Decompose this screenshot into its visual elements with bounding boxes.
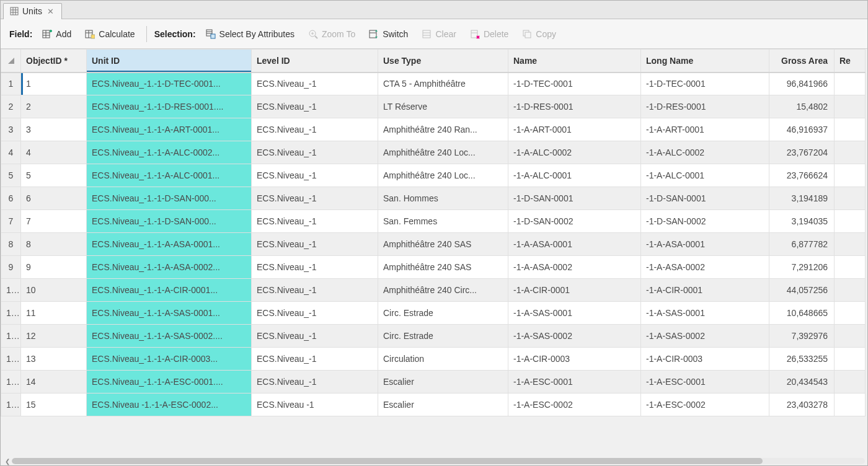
table-row[interactable]: 99ECS.Niveau_-1.-1-A-ASA-0002...ECS.Nive… <box>1 256 866 279</box>
table-row[interactable]: 44ECS.Niveau_-1.-1-A-ALC-0002...ECS.Nive… <box>1 141 866 164</box>
table-row[interactable]: 1515ECS.Niveau -1.-1-A-ESC-0002...ECS.Ni… <box>1 393 866 416</box>
table-row[interactable]: 88ECS.Niveau_-1.-1-A-ASA-0001...ECS.Nive… <box>1 233 866 256</box>
cell[interactable]: 3 <box>1 118 21 141</box>
cell[interactable]: 3,194035 <box>769 210 835 233</box>
table-row[interactable]: 1313ECS.Niveau_-1.-1-A-CIR-0003...ECS.Ni… <box>1 348 866 371</box>
cell[interactable]: 13 <box>1 348 21 371</box>
cell[interactable]: ECS.Niveau_-1 <box>252 256 378 279</box>
cell[interactable]: 7,291206 <box>769 256 835 279</box>
cell[interactable]: -1-D-SAN-0001 <box>508 187 641 210</box>
cell[interactable]: ECS.Niveau_-1.-1-A-SAS-0001... <box>87 302 252 325</box>
scroll-left-icon[interactable]: ❮ <box>3 458 12 465</box>
cell[interactable]: 10 <box>21 279 87 302</box>
col-header-name[interactable]: Name <box>508 50 641 73</box>
cell[interactable]: -1-A-SAS-0001 <box>508 302 641 325</box>
cell[interactable]: San. Hommes <box>378 187 508 210</box>
cell[interactable]: ECS.Niveau_-1.-1-A-ESC-0001.... <box>87 371 252 393</box>
grid-scroll[interactable]: ObjectID * Unit ID Level ID Use Type Nam… <box>1 49 867 457</box>
cell[interactable]: ECS.Niveau_-1 <box>252 164 378 187</box>
cell[interactable]: -1-D-TEC-0001 <box>508 73 641 95</box>
cell[interactable]: ECS.Niveau_-1.-1-A-ART-0001... <box>87 118 252 141</box>
table-row[interactable]: 1414ECS.Niveau_-1.-1-A-ESC-0001....ECS.N… <box>1 371 866 393</box>
cell[interactable]: 12 <box>21 325 87 348</box>
cell[interactable]: 15 <box>21 393 87 416</box>
cell[interactable]: 11 <box>1 302 21 325</box>
cell[interactable]: ECS.Niveau_-1.-1-A-ALC-0001... <box>87 164 252 187</box>
cell[interactable]: 44,057256 <box>769 279 835 302</box>
cell[interactable]: -1-A-SAS-0002 <box>508 325 641 348</box>
col-header-rownum[interactable] <box>1 50 21 73</box>
cell[interactable]: -1-D-SAN-0002 <box>508 210 641 233</box>
cell[interactable] <box>835 118 866 141</box>
close-icon[interactable]: ✕ <box>46 7 55 16</box>
cell[interactable]: 11 <box>21 302 87 325</box>
cell[interactable] <box>835 233 866 256</box>
cell[interactable] <box>835 348 866 371</box>
table-row[interactable]: 22ECS.Niveau_-1.-1-D-RES-0001....ECS.Niv… <box>1 95 866 118</box>
col-header-levelid[interactable]: Level ID <box>252 50 378 73</box>
cell[interactable]: 2 <box>1 95 21 118</box>
cell[interactable]: -1-D-SAN-0001 <box>641 187 769 210</box>
cell[interactable]: 7,392976 <box>769 325 835 348</box>
cell[interactable]: ECS.Niveau -1 <box>252 393 378 416</box>
cell[interactable]: ECS.Niveau_-1.-1-D-SAN-000... <box>87 187 252 210</box>
add-field-button[interactable]: Add <box>38 27 75 42</box>
cell[interactable] <box>835 73 866 95</box>
cell[interactable]: 15 <box>1 393 21 416</box>
cell[interactable] <box>835 279 866 302</box>
cell[interactable]: -1-A-ALC-0001 <box>508 164 641 187</box>
cell[interactable]: 4 <box>21 141 87 164</box>
cell[interactable]: Amphithéâtre 240 Circ... <box>378 279 508 302</box>
cell[interactable]: -1-A-ESC-0002 <box>641 393 769 416</box>
cell[interactable]: 20,434543 <box>769 371 835 393</box>
cell[interactable]: -1-A-CIR-0001 <box>508 279 641 302</box>
cell[interactable]: 14 <box>1 371 21 393</box>
cell[interactable]: Circ. Estrade <box>378 325 508 348</box>
cell[interactable]: 8 <box>21 233 87 256</box>
cell[interactable] <box>835 210 866 233</box>
cell[interactable] <box>835 325 866 348</box>
cell[interactable]: 26,533255 <box>769 348 835 371</box>
cell[interactable]: -1-D-SAN-0002 <box>641 210 769 233</box>
cell[interactable]: ECS.Niveau_-1.-1-D-SAN-000... <box>87 210 252 233</box>
cell[interactable]: 7 <box>1 210 21 233</box>
cell[interactable]: 3,194189 <box>769 187 835 210</box>
cell[interactable]: 10 <box>1 279 21 302</box>
cell[interactable]: -1-A-ART-0001 <box>508 118 641 141</box>
cell[interactable]: -1-A-ASA-0002 <box>508 256 641 279</box>
col-header-objectid[interactable]: ObjectID * <box>21 50 87 73</box>
cell[interactable] <box>835 256 866 279</box>
table-row[interactable]: 1010ECS.Niveau_-1.-1-A-CIR-0001...ECS.Ni… <box>1 279 866 302</box>
cell[interactable]: -1-A-ASA-0001 <box>641 233 769 256</box>
cell[interactable]: -1-A-ASA-0002 <box>641 256 769 279</box>
col-header-longname[interactable]: Long Name <box>641 50 769 73</box>
cell[interactable]: 23,767204 <box>769 141 835 164</box>
cell[interactable]: 6 <box>21 187 87 210</box>
cell[interactable]: ECS.Niveau_-1 <box>252 73 378 95</box>
cell[interactable]: 2 <box>21 95 87 118</box>
cell[interactable]: Amphithéâtre 240 Loc... <box>378 141 508 164</box>
cell[interactable]: ECS.Niveau_-1.-1-A-SAS-0002.... <box>87 325 252 348</box>
cell[interactable]: ECS.Niveau_-1.-1-A-CIR-0001... <box>87 279 252 302</box>
cell[interactable]: Escalier <box>378 393 508 416</box>
cell[interactable]: 96,841966 <box>769 73 835 95</box>
calculate-field-button[interactable]: Calculate <box>81 27 138 42</box>
cell[interactable]: ECS.Niveau_-1 <box>252 187 378 210</box>
cell[interactable]: 23,766624 <box>769 164 835 187</box>
cell[interactable]: 10,648665 <box>769 302 835 325</box>
cell[interactable]: 23,403278 <box>769 393 835 416</box>
cell[interactable]: 9 <box>1 256 21 279</box>
cell[interactable]: ECS.Niveau_-1 <box>252 210 378 233</box>
cell[interactable]: -1-D-RES-0001 <box>641 95 769 118</box>
cell[interactable]: San. Femmes <box>378 210 508 233</box>
cell[interactable]: ECS.Niveau -1.-1-A-ESC-0002... <box>87 393 252 416</box>
table-row[interactable]: 1212ECS.Niveau_-1.-1-A-SAS-0002....ECS.N… <box>1 325 866 348</box>
cell[interactable]: 7 <box>21 210 87 233</box>
cell[interactable]: -1-A-ALC-0002 <box>508 141 641 164</box>
cell[interactable]: 5 <box>1 164 21 187</box>
cell[interactable]: Amphithéâtre 240 Loc... <box>378 164 508 187</box>
cell[interactable]: 13 <box>21 348 87 371</box>
switch-selection-button[interactable]: Switch <box>365 27 412 42</box>
cell[interactable] <box>835 141 866 164</box>
cell[interactable]: Circulation <box>378 348 508 371</box>
